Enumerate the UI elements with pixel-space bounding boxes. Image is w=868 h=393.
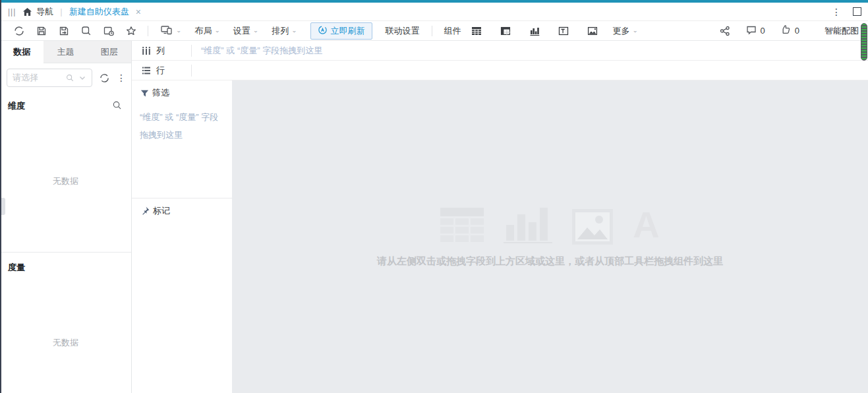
refresh-now-button[interactable]: 立即刷新: [310, 22, 372, 40]
image-component-icon[interactable]: [587, 25, 598, 37]
scrollbar-thumb[interactable]: [861, 23, 867, 61]
columns-label: 列: [156, 45, 165, 57]
nav-bar: ||| 导航 | 新建自助仪表盘 × ⋮: [0, 3, 868, 21]
dataset-more-icon[interactable]: ⋮: [117, 73, 126, 83]
window-left-edge: [0, 0, 1, 393]
rows-shelf[interactable]: 行: [132, 61, 868, 80]
ghost-chart-icon: [504, 206, 552, 245]
ghost-image-icon: [572, 209, 613, 245]
maximize-icon[interactable]: [853, 7, 861, 16]
save-as-icon[interactable]: [58, 25, 70, 37]
dimensions-section: 维度 无数据: [0, 91, 131, 252]
linkage-settings-button[interactable]: 联动设置: [386, 25, 420, 37]
like-count: 0: [795, 26, 799, 36]
nav-home-label: 导航: [36, 6, 53, 18]
settings-dropdown[interactable]: 设置 ⌄: [233, 25, 258, 37]
mark-label: 标记: [153, 205, 170, 217]
comment-count: 0: [761, 26, 765, 36]
ghost-table-icon: [440, 208, 484, 245]
tab-data[interactable]: 数据: [0, 41, 43, 63]
more-label: 更多: [613, 25, 630, 37]
chevron-down-icon: ⌄: [253, 28, 258, 34]
auto-refresh-icon: [318, 25, 328, 37]
tab-close-icon[interactable]: ×: [136, 7, 141, 16]
arrange-dropdown[interactable]: 排列 ⌄: [272, 25, 297, 37]
left-panel: 数据 主题 图层 请选择 ⋮ 维度 无数据: [0, 41, 132, 393]
left-panel-tabs: 数据 主题 图层: [0, 41, 131, 63]
settings-label: 设置: [233, 25, 250, 37]
mark-shelf[interactable]: 标记: [132, 198, 232, 224]
comment-icon: [745, 24, 757, 38]
pin-icon: [140, 206, 150, 216]
columns-shelf[interactable]: 列 “维度” 或 “度量” 字段拖拽到这里: [132, 41, 868, 61]
dataset-refresh-icon[interactable]: [99, 73, 110, 84]
layout-dropdown[interactable]: 布局 ⌄: [194, 25, 219, 37]
side-shelves: 筛选 “维度” 或 “度量” 字段拖拽到这里 标记: [132, 80, 232, 393]
share-icon[interactable]: [719, 25, 731, 37]
dataset-select-placeholder: 请选择: [13, 72, 65, 84]
home-icon: [22, 7, 32, 16]
toolbar-separator: [148, 26, 148, 36]
chevron-down-icon: ⌄: [176, 28, 181, 34]
chevron-down-icon: ⌄: [291, 28, 297, 34]
pivot-component-icon[interactable]: [500, 25, 511, 37]
nav-separator: |: [60, 7, 62, 16]
components-label: 组件: [444, 25, 461, 37]
refresh-now-label: 立即刷新: [331, 25, 365, 37]
filter-label: 筛选: [152, 87, 169, 99]
measures-title: 度量: [8, 262, 25, 274]
dimensions-title: 维度: [8, 100, 25, 112]
measures-empty-text: 无数据: [0, 337, 131, 349]
rows-label: 行: [156, 65, 165, 76]
tab-layer[interactable]: 图层: [88, 41, 131, 63]
dashboard-tab[interactable]: 新建自助仪表盘 ×: [69, 6, 141, 18]
save-icon[interactable]: [36, 25, 47, 37]
menu-bars-icon[interactable]: |||: [8, 7, 16, 16]
chevron-down-icon: [78, 74, 86, 82]
panel-collapse-handle[interactable]: [1, 198, 5, 215]
shelf-divider: [191, 65, 192, 76]
dashboard-tab-title: 新建自助仪表盘: [69, 6, 129, 18]
columns-icon: [141, 45, 152, 56]
shelf-divider: [191, 45, 192, 57]
nav-home[interactable]: 导航: [22, 6, 53, 18]
smart-match-button[interactable]: 智能配图: [825, 25, 859, 37]
dashboard-canvas[interactable]: A 请从左侧双击或拖拽字段到上方区域或这里，或者从顶部工具栏拖拽组件到这里: [232, 80, 868, 393]
filter-drop-hint: “维度” 或 “度量” 字段拖拽到这里: [140, 108, 224, 144]
filter-funnel-icon: [140, 88, 150, 98]
arrange-label: 排列: [272, 25, 289, 37]
ghost-text-icon: A: [633, 206, 659, 243]
rows-icon: [141, 65, 152, 76]
search-icon: [65, 73, 74, 82]
text-component-icon[interactable]: [558, 25, 569, 37]
dimensions-search-icon[interactable]: [112, 100, 122, 112]
toolbar-separator: [432, 26, 432, 36]
chevron-down-icon: ⌄: [214, 28, 219, 34]
filter-shelf[interactable]: 筛选 “维度” 或 “度量” 字段拖拽到这里: [132, 80, 232, 198]
preview-icon[interactable]: [80, 25, 92, 37]
likes-counter[interactable]: 0: [780, 24, 799, 38]
toolbar: ⌄ 布局 ⌄ 设置 ⌄ 排列 ⌄ 立即刷新 联动设置 组件 更多 ⌄: [0, 21, 868, 41]
measures-section: 度量 无数据: [0, 252, 131, 393]
chart-component-icon[interactable]: [529, 25, 540, 37]
comments-counter[interactable]: 0: [745, 24, 765, 38]
work-area: 列 “维度” 或 “度量” 字段拖拽到这里 行 筛选 “维度” 或 “度量” 字…: [132, 41, 868, 393]
timed-snapshot-icon[interactable]: [103, 25, 115, 37]
dimensions-empty-text: 无数据: [0, 175, 131, 187]
canvas-hint-text: 请从左侧双击或拖拽字段到上方区域或这里，或者从顶部工具栏拖拽组件到这里: [377, 255, 723, 268]
more-dropdown[interactable]: 更多 ⌄: [613, 25, 638, 37]
table-component-icon[interactable]: [471, 25, 482, 37]
chevron-down-icon: ⌄: [633, 28, 638, 34]
thumbs-up-icon: [780, 24, 792, 38]
layout-label: 布局: [194, 25, 212, 37]
device-layout-icon: [160, 24, 173, 38]
dataset-select[interactable]: 请选择: [7, 69, 92, 87]
favorite-star-icon[interactable]: [125, 25, 137, 37]
columns-drop-hint: “维度” 或 “度量” 字段拖拽到这里: [201, 45, 322, 57]
nav-more-icon[interactable]: ⋮: [832, 7, 841, 16]
refresh-icon[interactable]: [13, 25, 25, 37]
device-layout-dropdown[interactable]: ⌄: [160, 24, 181, 38]
dataset-select-row: 请选择 ⋮: [0, 63, 131, 91]
tab-theme[interactable]: 主题: [43, 41, 87, 63]
